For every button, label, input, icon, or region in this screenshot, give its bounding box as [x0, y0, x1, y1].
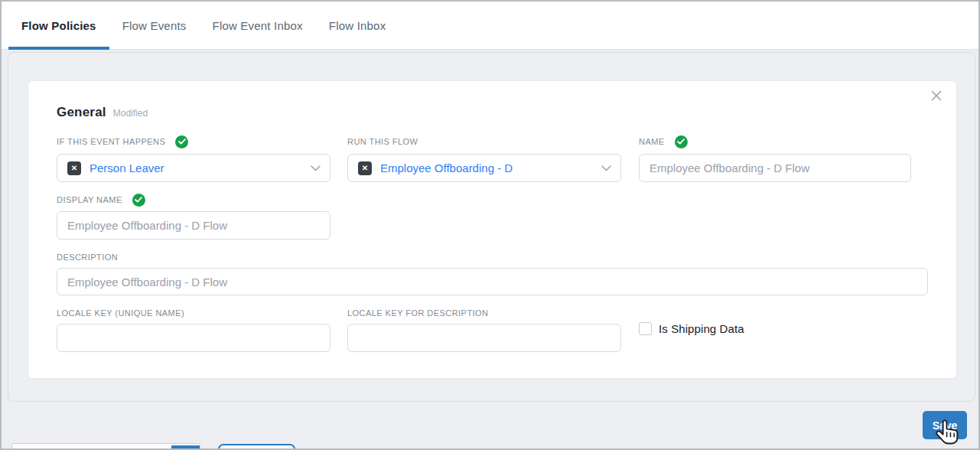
is-shipping-data-label: Is Shipping Data — [659, 322, 744, 335]
display-name-label-row: DISPLAY NAME — [57, 193, 145, 207]
locale-key-description-label-row: LOCALE KEY FOR DESCRIPTION — [347, 306, 488, 320]
event-happens-label: IF THIS EVENT HAPPENS — [57, 137, 165, 146]
partial-outlined-button[interactable] — [218, 444, 295, 450]
chevron-down-icon — [311, 165, 321, 171]
tab-label: Flow Policies — [21, 19, 96, 32]
display-name-label: DISPLAY NAME — [57, 195, 122, 204]
name-label: NAME — [639, 137, 665, 146]
partial-active-tab-underline — [171, 445, 200, 450]
locale-key-description-label: LOCALE KEY FOR DESCRIPTION — [347, 308, 488, 318]
chevron-down-icon — [601, 165, 611, 171]
app-window: Flow Policies Flow Events Flow Event Inb… — [0, 0, 980, 450]
modified-status-badge: Modified — [113, 108, 148, 119]
run-this-flow-label-row: RUN THIS FLOW — [347, 135, 418, 148]
run-this-flow-label: RUN THIS FLOW — [347, 137, 418, 146]
tab-label: Flow Event Inbox — [213, 19, 303, 32]
event-happens-selected-value: Person Leaver — [90, 161, 304, 174]
general-form-card: General Modified IF THIS EVENT HAPPENS R… — [28, 80, 957, 379]
card-header: General Modified — [57, 105, 148, 120]
name-label-row: NAME — [639, 135, 688, 148]
tab-flow-inbox[interactable]: Flow Inbox — [316, 2, 399, 49]
locale-key-description-input[interactable] — [347, 324, 621, 352]
event-happens-label-row: IF THIS EVENT HAPPENS — [57, 135, 188, 148]
tab-label: Flow Inbox — [329, 19, 386, 32]
run-this-flow-selected-value: Employee Offboarding - D — [380, 161, 595, 174]
save-button[interactable]: Save — [923, 411, 967, 439]
tab-label: Flow Events — [122, 19, 187, 32]
close-icon — [930, 89, 943, 106]
tab-flow-event-inbox[interactable]: Flow Event Inbox — [200, 2, 316, 49]
tab-flow-policies[interactable]: Flow Policies — [8, 2, 109, 49]
valid-check-icon — [175, 135, 188, 148]
valid-check-icon — [132, 194, 145, 207]
locale-key-label-row: LOCALE KEY (UNIQUE NAME) — [57, 306, 184, 320]
locale-key-input[interactable] — [57, 324, 330, 352]
name-input[interactable] — [639, 154, 911, 182]
description-label-row: DESCRIPTION — [57, 250, 118, 264]
remove-selection-icon[interactable]: ✕ — [67, 161, 81, 175]
event-happens-select[interactable]: ✕ Person Leaver — [57, 154, 330, 182]
valid-check-icon — [675, 135, 688, 148]
description-label: DESCRIPTION — [57, 253, 118, 262]
run-this-flow-select[interactable]: ✕ Employee Offboarding - D — [347, 154, 621, 182]
display-name-input[interactable] — [57, 211, 330, 240]
is-shipping-data-field: Is Shipping Data — [639, 322, 744, 335]
card-title: General — [57, 105, 106, 120]
remove-selection-icon[interactable]: ✕ — [358, 161, 372, 175]
is-shipping-data-checkbox[interactable] — [639, 322, 652, 335]
locale-key-label: LOCALE KEY (UNIQUE NAME) — [57, 308, 184, 318]
close-button[interactable] — [926, 87, 946, 107]
tab-bar: Flow Policies Flow Events Flow Event Inb… — [2, 2, 978, 50]
tab-flow-events[interactable]: Flow Events — [109, 2, 200, 49]
description-input[interactable] — [57, 268, 928, 295]
